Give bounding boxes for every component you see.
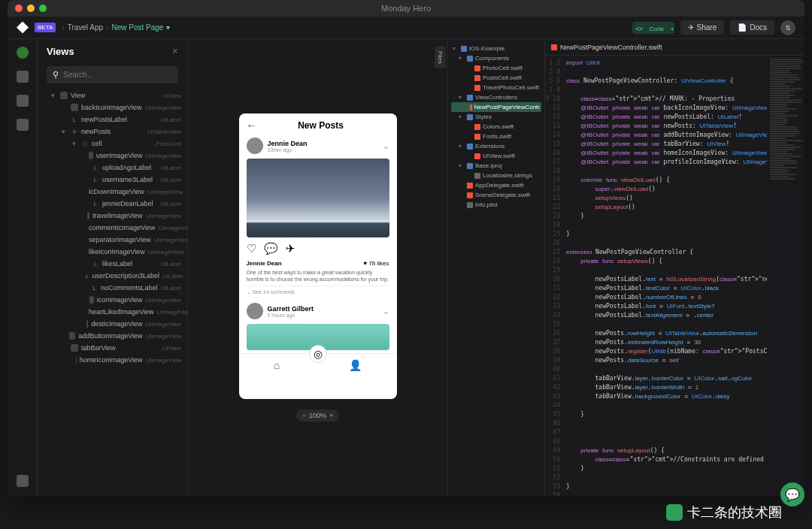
file-item[interactable]: ▾Components: [451, 53, 541, 63]
home-tab-icon[interactable]: ⌂: [274, 359, 280, 371]
tree-item[interactable]: commentIcImageViewUIImageView: [38, 222, 187, 234]
rail-layers-icon[interactable]: [17, 95, 29, 107]
canvas[interactable]: ← New Posts Jennie Dean 10min ago ⌄ ♡: [188, 39, 447, 496]
file-item[interactable]: PhotoCell.swift: [451, 63, 541, 73]
file-item[interactable]: ▾ViewControllers: [451, 92, 541, 102]
file-item[interactable]: Info.plist: [451, 200, 541, 210]
tree-item[interactable]: LnewPostsLabelUILabel: [38, 113, 187, 125]
close-window[interactable]: [15, 5, 23, 12]
beta-badge: BETA: [35, 23, 56, 32]
tree-item[interactable]: ▾□cellPostsCell: [38, 138, 187, 150]
watermark-icon: [666, 504, 683, 521]
file-item[interactable]: NewPostPageViewContr: [451, 102, 541, 112]
tree-item[interactable]: backIconImageViewUIImageView: [38, 101, 187, 113]
profile-tab-icon[interactable]: 👤: [349, 359, 362, 371]
file-item[interactable]: Fonts.swift: [451, 131, 541, 141]
tree-item[interactable]: ▾≡newPostsUITableView: [38, 125, 187, 138]
views-search[interactable]: ⚲: [47, 66, 178, 83]
sidebar-title: Views: [47, 46, 74, 57]
tree-item[interactable]: iconImageViewUIImageView: [38, 294, 187, 306]
rail-text-icon[interactable]: [17, 119, 29, 131]
post-avatar: [247, 138, 263, 154]
tree-item[interactable]: icDownImageViewUIImageView: [38, 186, 187, 198]
like-icon[interactable]: ♡: [247, 242, 256, 255]
app-logo-icon[interactable]: [17, 22, 29, 34]
add-post-fab[interactable]: ◎: [309, 345, 327, 363]
tree-item[interactable]: Lusername3LabelUILabel: [38, 174, 187, 186]
code-content[interactable]: import UIKit class NewPostPageViewContro…: [563, 56, 767, 496]
watermark: 卡二条的技术圈: [666, 503, 782, 521]
file-item[interactable]: Colors.swift: [451, 122, 541, 131]
file-item[interactable]: SceneDelegate.swift: [451, 190, 541, 200]
phone-preview: ← New Posts Jennie Dean 10min ago ⌄ ♡: [239, 113, 397, 399]
chevron-down-icon[interactable]: ⌄: [383, 141, 389, 151]
docs-button[interactable]: 📄 Docs: [730, 20, 774, 35]
code-editor: NewPostPageViewController.swift 1 2 3 4 …: [545, 39, 804, 496]
tree-item[interactable]: ▾ViewUIView: [38, 89, 187, 101]
support-chat-fab[interactable]: 💬: [780, 482, 804, 506]
share-button[interactable]: ✈ Share: [680, 20, 725, 35]
titlebar: Monday Hero: [8, 0, 804, 17]
file-item[interactable]: ▾Extensions: [451, 141, 541, 151]
tree-item[interactable]: tabBarViewUIView: [38, 342, 187, 354]
file-item[interactable]: ▾iOS-Example: [451, 44, 541, 53]
back-icon[interactable]: ←: [247, 119, 257, 131]
tree-item[interactable]: destIcImageViewUIImageView: [38, 318, 187, 330]
breadcrumb: › Travel App › New Post Page ▾: [62, 23, 170, 32]
code-button[interactable]: <> Code ▾: [632, 22, 674, 34]
crumb-app[interactable]: Travel App: [68, 23, 103, 32]
tree-item[interactable]: LuserDescription3LabelUILabel: [38, 270, 187, 282]
files-tab[interactable]: Files: [435, 47, 446, 68]
maximize-window[interactable]: [39, 5, 47, 12]
tree-item[interactable]: userImageViewUIImageView: [38, 150, 187, 162]
search-icon: ⚲: [53, 70, 59, 80]
tree-item[interactable]: LuploadAgoLabelUILabel: [38, 162, 187, 174]
rail-chat-icon[interactable]: [17, 475, 29, 487]
search-input[interactable]: [63, 71, 172, 79]
minimap[interactable]: [767, 56, 804, 496]
left-rail: [8, 39, 38, 496]
zoom-in[interactable]: +: [329, 412, 333, 419]
post-author: Jennie Dean: [247, 260, 282, 267]
file-item[interactable]: UIView.swift: [451, 151, 541, 161]
editor-tab[interactable]: NewPostPageViewController.swift: [545, 39, 804, 56]
zoom-control: − 100% +: [296, 410, 340, 422]
post-time: 5 hours ago: [268, 313, 314, 318]
file-item[interactable]: ▾Base.lproj: [451, 161, 541, 171]
line-gutter: 1 2 3 4 5 6 7 8 9 10 11 12 13 14 15 16 1…: [545, 56, 563, 496]
post-comments[interactable]: ⌄ See 14 comments: [247, 286, 389, 298]
user-avatar[interactable]: S: [780, 20, 795, 35]
share-icon[interactable]: ✈: [286, 242, 295, 255]
tree-item[interactable]: LjennieDeanLabelUILabel: [38, 198, 187, 210]
post-time: 10min ago: [268, 147, 308, 153]
phone-tabbar: ⌂ ◎ 👤: [239, 353, 397, 376]
chevron-down-icon[interactable]: ⌄: [383, 307, 389, 316]
tree-item[interactable]: likeIconImageViewUIImageView: [38, 246, 187, 258]
file-item[interactable]: TravelPhotoCell.swift: [451, 83, 541, 92]
rail-status-icon[interactable]: [17, 47, 29, 59]
tree-item[interactable]: addButtonImageViewUIImageView: [38, 330, 187, 342]
file-item[interactable]: Localizable.strings: [451, 171, 541, 180]
tree-item[interactable]: travelImageViewUIImageView: [38, 210, 187, 222]
file-explorer: Files ▾iOS-Example▾ComponentsPhotoCell.s…: [447, 39, 545, 496]
zoom-out[interactable]: −: [302, 412, 306, 419]
tree-item[interactable]: separatorImageViewUIImageView: [38, 234, 187, 246]
post-username: Jennie Dean: [268, 140, 308, 147]
tree-item[interactable]: LlikesLabelUILabel: [38, 258, 187, 270]
post-username: Garrett Gilbert: [268, 305, 314, 313]
tree-item[interactable]: heartLikedImageViewUIImageView: [38, 306, 187, 318]
views-sidebar: Views × ⚲ ▾ViewUIViewbackIconImageViewUI…: [38, 39, 188, 496]
sidebar-close-icon[interactable]: ×: [172, 45, 178, 57]
file-item[interactable]: PostsCell.swift: [451, 73, 541, 83]
rail-grid-icon[interactable]: [17, 71, 29, 83]
file-item[interactable]: AppDelegate.swift: [451, 180, 541, 190]
minimize-window[interactable]: [27, 5, 35, 12]
tree-item[interactable]: LnoCommentsLabelUILabel: [38, 282, 187, 294]
file-item[interactable]: ▾Styles: [451, 112, 541, 122]
tree-item[interactable]: homeIconImageViewUIImageView: [38, 354, 187, 366]
post-text: One of the best ways to make a great vac…: [247, 269, 389, 283]
post-likes: ♥ 78 likes: [363, 260, 389, 267]
app-header: BETA › Travel App › New Post Page ▾ <> C…: [8, 17, 804, 39]
comment-icon[interactable]: 💬: [264, 242, 278, 255]
crumb-page[interactable]: New Post Page: [111, 23, 163, 32]
